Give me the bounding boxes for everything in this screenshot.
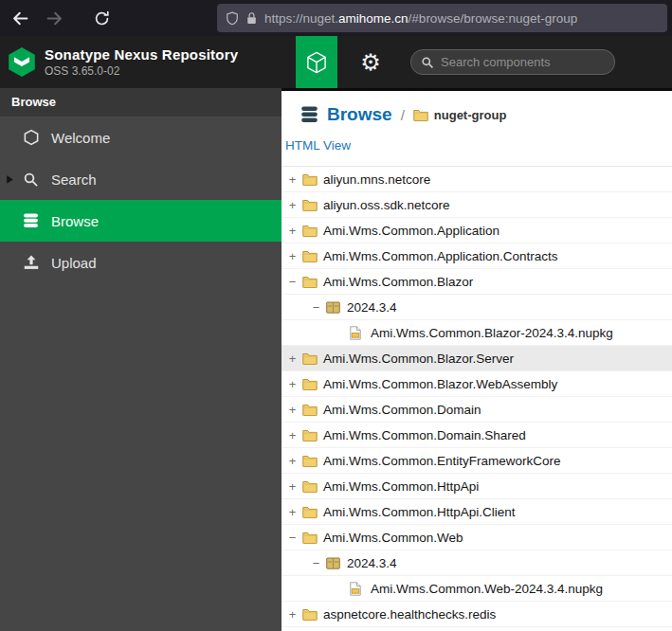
html-view-row: HTML View	[282, 133, 672, 167]
expander-plus-icon[interactable]: +	[285, 608, 300, 621]
expander-plus-icon[interactable]: +	[285, 455, 300, 467]
sidebar-menu: WelcomeSearchBrowseUpload	[0, 117, 282, 283]
folder-icon	[302, 352, 319, 365]
reload-button[interactable]	[88, 5, 115, 31]
folder-icon	[302, 608, 319, 621]
sidebar-item-upload[interactable]: Upload	[0, 242, 282, 283]
tree-row[interactable]: +Ami.Wms.Common.HttpApi.Client	[282, 499, 672, 525]
forward-arrow-icon	[45, 9, 64, 27]
lock-icon[interactable]	[245, 11, 258, 26]
product-version: OSS 3.65.0-02	[45, 64, 238, 78]
quick-search[interactable]	[410, 49, 615, 75]
expander-minus-icon[interactable]: −	[309, 301, 323, 314]
repository-name: nuget-group	[434, 108, 507, 122]
expander-plus-icon[interactable]: +	[285, 404, 300, 416]
expander-minus-icon[interactable]: −	[285, 276, 300, 288]
expander-plus-icon[interactable]: +	[285, 378, 300, 390]
tree-row[interactable]: +aliyun.mns.netcore	[282, 167, 672, 192]
tree-item-label: Ami.Wms.Common.Domain.Shared	[323, 428, 526, 442]
page-title: Browse	[327, 104, 392, 125]
tree-item-label: Ami.Wms.Common.Web-2024.3.4.nupkg	[371, 582, 603, 596]
content-layout: Browse WelcomeSearchBrowseUpload Browse …	[0, 88, 672, 631]
tree-row[interactable]: +Ami.Wms.Common.Blazor.WebAssembly	[282, 371, 672, 397]
app-header: Sonatype Nexus Repository OSS 3.65.0-02 …	[0, 36, 672, 88]
expander-plus-icon[interactable]: +	[285, 173, 300, 186]
folder-icon	[302, 506, 319, 518]
tree-row[interactable]: −Ami.Wms.Common.Web	[282, 525, 672, 550]
folder-icon	[302, 199, 319, 211]
product-name: Sonatype Nexus Repository	[45, 46, 238, 63]
tree-row[interactable]: +Ami.Wms.Common.HttpApi	[282, 474, 672, 499]
search-input[interactable]	[441, 55, 605, 69]
folder-icon	[413, 109, 428, 121]
tree-item-label: 2024.3.4	[347, 556, 397, 570]
sidebar-item-label: Search	[51, 171, 97, 188]
tree-row[interactable]: +aliyun.oss.sdk.netcore	[282, 192, 672, 218]
expander-plus-icon[interactable]: +	[285, 480, 300, 493]
tree-item-label: 2024.3.4	[347, 300, 397, 315]
sidebar-section-header: Browse	[0, 88, 282, 117]
tree-item-label: Ami.Wms.Common.Blazor.WebAssembly	[323, 377, 557, 391]
tree-row[interactable]: Ami.Wms.Common.Blazor-2024.3.4.nupkg	[282, 320, 672, 346]
tree-row[interactable]: Ami.Wms.Common.Web-2024.3.4.nupkg	[282, 576, 672, 602]
tree-row[interactable]: +Ami.Wms.Common.Blazor.Server	[282, 346, 672, 371]
gear-icon: ⚙	[360, 51, 381, 74]
expand-caret-icon[interactable]	[6, 174, 22, 185]
tree-row[interactable]: −Ami.Wms.Common.Blazor	[282, 269, 672, 295]
file-icon	[350, 582, 367, 596]
tree-row[interactable]: −2024.3.4	[282, 550, 672, 576]
tree-row[interactable]: +Ami.Wms.Common.Domain	[282, 397, 672, 423]
database-icon	[300, 106, 318, 123]
nexus-logo-icon	[9, 47, 35, 77]
sidebar-item-browse[interactable]: Browse	[0, 200, 282, 242]
expander-plus-icon[interactable]: +	[285, 506, 300, 518]
tree-row[interactable]: −2024.3.4	[282, 295, 672, 320]
tree-item-label: Ami.Wms.Common.Application	[323, 224, 499, 238]
address-bar[interactable]: https://nuget.amihome.cn/#browse/browse:…	[217, 4, 667, 32]
database-icon	[23, 213, 44, 228]
folder-icon	[302, 404, 319, 416]
breadcrumb-separator: /	[401, 107, 405, 123]
expander-minus-icon[interactable]: −	[309, 557, 323, 569]
tree-row[interactable]: +Ami.Wms.Common.Application	[282, 218, 672, 243]
tree-item-label: Ami.Wms.Common.EntityFrameworkCore	[323, 454, 561, 468]
product-title-block: Sonatype Nexus Repository OSS 3.65.0-02	[45, 46, 238, 78]
tree-item-label: Ami.Wms.Common.HttpApi.Client	[323, 505, 516, 519]
folder-icon	[302, 173, 319, 186]
folder-icon	[302, 250, 319, 262]
tree-row[interactable]: +Ami.Wms.Common.Application.Contracts	[282, 243, 672, 269]
magnifier-icon	[23, 171, 44, 188]
expander-plus-icon[interactable]: +	[285, 352, 300, 365]
shield-icon[interactable]	[226, 11, 239, 26]
browse-mode-button[interactable]	[296, 36, 337, 88]
tree-row[interactable]: +Ami.Wms.Common.Domain.Shared	[282, 423, 672, 448]
package-icon	[326, 301, 343, 314]
url-path: /#browse/browse:nuget-group	[409, 11, 578, 26]
tree-item-label: aliyun.mns.netcore	[323, 172, 430, 187]
tree-item-label: aspnetcore.healthchecks.redis	[323, 607, 496, 622]
tree: +aliyun.mns.netcore+aliyun.oss.sdk.netco…	[282, 167, 672, 627]
expander-plus-icon[interactable]: +	[285, 199, 300, 211]
settings-button[interactable]: ⚙	[353, 36, 389, 88]
expander-plus-icon[interactable]: +	[285, 429, 300, 442]
expander-minus-icon[interactable]: −	[285, 532, 300, 544]
sidebar-item-welcome[interactable]: Welcome	[0, 117, 282, 158]
tree-row[interactable]: +aspnetcore.healthchecks.redis	[282, 602, 672, 627]
url-prefix: https://nuget.	[264, 11, 338, 26]
tree-item-label: Ami.Wms.Common.Application.Contracts	[323, 249, 558, 263]
sidebar-item-search[interactable]: Search	[0, 158, 282, 200]
upload-icon	[23, 255, 44, 270]
sidebar-item-label: Welcome	[51, 130, 110, 146]
folder-icon	[302, 276, 319, 288]
tree-item-label: Ami.Wms.Common.Blazor-2024.3.4.nupkg	[371, 326, 613, 340]
expander-plus-icon[interactable]: +	[285, 225, 300, 237]
tree-item-label: aliyun.oss.sdk.netcore	[323, 198, 450, 212]
forward-button[interactable]	[41, 5, 67, 31]
expander-plus-icon[interactable]: +	[285, 250, 300, 262]
html-view-link[interactable]: HTML View	[285, 138, 351, 153]
folder-icon	[302, 532, 319, 544]
tree-row[interactable]: +Ami.Wms.Common.EntityFrameworkCore	[282, 448, 672, 474]
search-icon	[421, 56, 434, 69]
sidebar: Browse WelcomeSearchBrowseUpload	[0, 88, 282, 631]
back-button[interactable]	[7, 5, 33, 31]
